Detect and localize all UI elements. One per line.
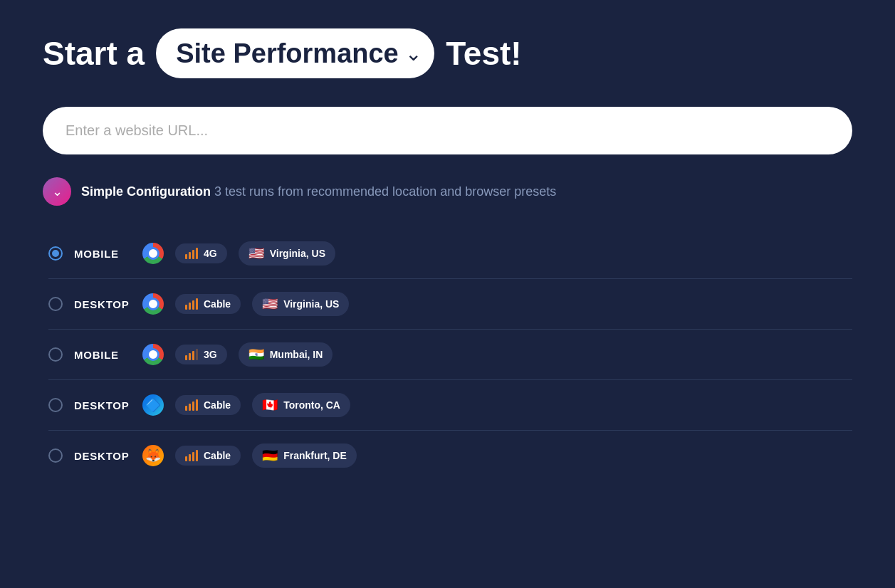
device-label-1: MOBILE <box>74 248 131 260</box>
chrome-icon <box>142 293 164 315</box>
connection-badge-3: 3G <box>175 345 227 364</box>
location-label-1: Virginia, US <box>270 248 325 259</box>
radio-button-2[interactable] <box>48 297 63 311</box>
device-label-2: DESKTOP <box>74 298 131 310</box>
header-suffix: Test! <box>446 34 522 73</box>
radio-button-3[interactable] <box>48 347 63 362</box>
connection-label-1: 4G <box>204 248 217 259</box>
connection-badge-2: Cable <box>175 294 241 314</box>
flag-icon-2: 🇺🇸 <box>262 296 278 312</box>
simple-config-row: ⌄ Simple Configuration 3 test runs from … <box>43 177 852 206</box>
signal-icon <box>185 399 198 411</box>
flag-icon-3: 🇮🇳 <box>248 347 264 362</box>
connection-label-4: Cable <box>204 399 231 411</box>
chrome-icon <box>142 344 164 365</box>
simple-config-label: Simple Configuration 3 test runs from re… <box>81 184 556 199</box>
device-label-4: DESKTOP <box>74 399 131 411</box>
radio-button-1[interactable] <box>48 246 63 261</box>
location-label-4: Toronto, CA <box>283 399 340 411</box>
signal-icon <box>185 349 198 360</box>
radio-button-4[interactable] <box>48 398 63 412</box>
flag-icon-4: 🇨🇦 <box>262 397 278 413</box>
location-badge-5: 🇩🇪 Frankfurt, DE <box>252 443 357 468</box>
expand-button[interactable]: ⌄ <box>43 177 71 206</box>
connection-badge-5: Cable <box>175 446 241 466</box>
location-badge-1: 🇺🇸 Virginia, US <box>239 241 335 266</box>
url-input[interactable] <box>43 107 852 154</box>
url-input-wrapper <box>43 107 852 154</box>
location-badge-3: 🇮🇳 Mumbai, IN <box>239 342 333 367</box>
header-prefix: Start a <box>43 34 145 73</box>
location-badge-4: 🇨🇦 Toronto, CA <box>252 393 350 417</box>
firefox-icon: 🦊 <box>142 445 164 466</box>
location-label-2: Virginia, US <box>283 298 339 310</box>
flag-icon-5: 🇩🇪 <box>262 448 278 463</box>
test-row[interactable]: DESKTOP 🦊 Cable 🇩🇪 Frankfurt, DE <box>48 431 852 481</box>
edge-icon: 🔷 <box>142 394 164 416</box>
connection-badge-1: 4G <box>175 243 227 263</box>
connection-label-5: Cable <box>204 450 231 461</box>
connection-label-2: Cable <box>204 298 231 310</box>
test-rows-container: MOBILE 4G 🇺🇸 Virginia, US DESKTOP Cable … <box>43 229 852 481</box>
test-type-dropdown-wrapper[interactable]: Site PerformanceTracerouteDNS LookupPing… <box>156 28 434 78</box>
test-type-dropdown[interactable]: Site PerformanceTracerouteDNS LookupPing <box>156 28 434 78</box>
test-row[interactable]: DESKTOP Cable 🇺🇸 Virginia, US <box>48 279 852 330</box>
page-header: Start a Site PerformanceTracerouteDNS Lo… <box>43 28 852 78</box>
simple-config-bold: Simple Configuration <box>81 184 211 199</box>
location-label-3: Mumbai, IN <box>270 349 323 360</box>
connection-label-3: 3G <box>204 349 217 360</box>
test-row[interactable]: MOBILE 4G 🇺🇸 Virginia, US <box>48 229 852 279</box>
device-label-3: MOBILE <box>74 349 131 361</box>
location-label-5: Frankfurt, DE <box>283 450 347 461</box>
radio-button-5[interactable] <box>48 448 63 463</box>
chevron-down-icon: ⌄ <box>52 185 63 198</box>
simple-config-sub-text: 3 test runs from recommended location an… <box>214 184 556 199</box>
connection-badge-4: Cable <box>175 395 241 415</box>
test-row[interactable]: DESKTOP 🔷 Cable 🇨🇦 Toronto, CA <box>48 380 852 431</box>
chrome-icon <box>142 243 164 264</box>
location-badge-2: 🇺🇸 Virginia, US <box>252 292 349 316</box>
device-label-5: DESKTOP <box>74 450 131 462</box>
flag-icon-1: 🇺🇸 <box>248 246 264 261</box>
test-row[interactable]: MOBILE 3G 🇮🇳 Mumbai, IN <box>48 330 852 380</box>
signal-icon <box>185 298 198 310</box>
signal-icon <box>185 248 198 259</box>
signal-icon <box>185 450 198 461</box>
